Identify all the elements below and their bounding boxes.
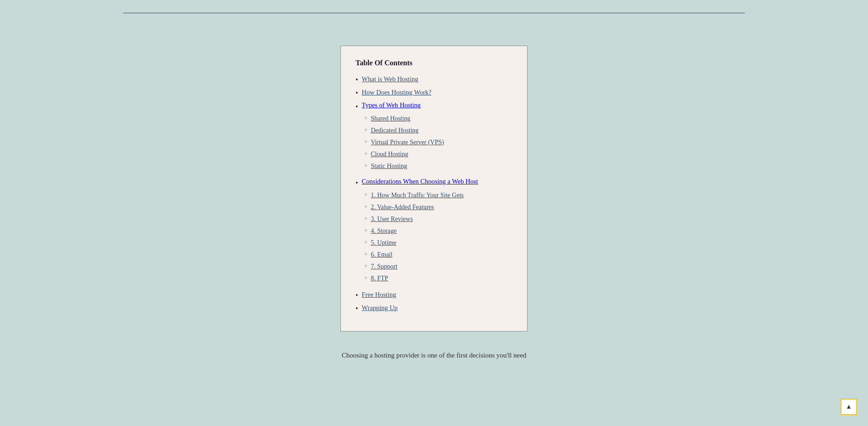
- scroll-to-top-button[interactable]: ▲: [841, 399, 857, 415]
- circle-bullet-icon: ○: [365, 274, 367, 281]
- circle-bullet-icon: ○: [365, 215, 367, 222]
- list-item: ○ 1. How Much Traffic Your Site Gets: [365, 190, 464, 200]
- toc-link-storage[interactable]: 4. Storage: [371, 226, 397, 236]
- list-item: ○ 5. Uptime: [365, 238, 464, 247]
- list-item: ○ Virtual Private Server (VPS): [365, 137, 444, 147]
- top-divider: [123, 13, 745, 13]
- circle-bullet-icon: ○: [365, 150, 367, 157]
- toc-link-uptime[interactable]: 5. Uptime: [371, 238, 396, 247]
- bullet-icon: •: [356, 304, 358, 314]
- toc-link-ftp[interactable]: 8. FTP: [371, 273, 388, 283]
- toc-link-how-hosting-works[interactable]: How Does Hosting Work?: [362, 88, 432, 98]
- circle-bullet-icon: ○: [365, 162, 367, 169]
- table-of-contents-box: Table Of Contents • What is Web Hosting …: [340, 46, 528, 331]
- list-item: • What is Web Hosting: [356, 74, 512, 85]
- bullet-icon: •: [356, 290, 358, 300]
- list-item: ○ Dedicated Hosting: [365, 126, 444, 135]
- list-item: ○ Cloud Hosting: [365, 149, 444, 159]
- circle-bullet-icon: ○: [365, 238, 367, 246]
- list-item: ○ 6. Email: [365, 250, 464, 259]
- toc-link-static-hosting[interactable]: Static Hosting: [371, 161, 407, 171]
- bullet-icon: •: [356, 102, 358, 112]
- list-item: ○ Static Hosting: [365, 161, 444, 171]
- toc-sub-list: ○ 1. How Much Traffic Your Site Gets ○ 2…: [365, 190, 464, 285]
- toc-link-dedicated-hosting[interactable]: Dedicated Hosting: [371, 126, 418, 135]
- circle-bullet-icon: ○: [365, 226, 367, 234]
- circle-bullet-icon: ○: [365, 191, 367, 198]
- toc-link-traffic[interactable]: 1. How Much Traffic Your Site Gets: [371, 190, 464, 200]
- bullet-icon: •: [356, 178, 358, 188]
- list-item: • Considerations When Choosing a Web Hos…: [356, 178, 512, 287]
- circle-bullet-icon: ○: [365, 262, 367, 269]
- toc-link-shared-hosting[interactable]: Shared Hosting: [371, 114, 410, 123]
- main-link-row: • Types of Web Hosting: [356, 101, 421, 112]
- list-item: • Types of Web Hosting ○ Shared Hosting …: [356, 101, 512, 175]
- circle-bullet-icon: ○: [365, 138, 367, 145]
- toc-link-considerations[interactable]: Considerations When Choosing a Web Host: [362, 178, 478, 185]
- list-item: ○ 4. Storage: [365, 226, 464, 236]
- list-item: ○ 2. Value-Added Features: [365, 202, 464, 212]
- toc-link-vps-hosting[interactable]: Virtual Private Server (VPS): [371, 137, 444, 147]
- list-item: ○ Shared Hosting: [365, 114, 444, 123]
- toc-main-list: • What is Web Hosting • How Does Hosting…: [356, 74, 512, 314]
- circle-bullet-icon: ○: [365, 114, 367, 121]
- toc-link-email[interactable]: 6. Email: [371, 250, 392, 259]
- chevron-up-icon: ▲: [846, 403, 852, 410]
- circle-bullet-icon: ○: [365, 126, 367, 133]
- bullet-icon: •: [356, 88, 358, 98]
- bottom-text: Choosing a hosting provider is one of th…: [333, 350, 536, 361]
- list-item: ○ 7. Support: [365, 262, 464, 271]
- list-item: ○ 8. FTP: [365, 273, 464, 283]
- list-item: • Free Hosting: [356, 290, 512, 300]
- circle-bullet-icon: ○: [365, 203, 367, 210]
- page-content: Table Of Contents • What is Web Hosting …: [0, 0, 868, 361]
- toc-link-free-hosting[interactable]: Free Hosting: [362, 290, 396, 300]
- circle-bullet-icon: ○: [365, 250, 367, 258]
- bullet-icon: •: [356, 75, 358, 85]
- main-link-row: • Considerations When Choosing a Web Hos…: [356, 178, 478, 188]
- list-item: ○ 3. User Reviews: [365, 214, 464, 224]
- list-item: • How Does Hosting Work?: [356, 88, 512, 98]
- toc-link-types-of-hosting[interactable]: Types of Web Hosting: [362, 101, 421, 109]
- toc-link-user-reviews[interactable]: 3. User Reviews: [371, 214, 413, 224]
- list-item: • Wrapping Up: [356, 303, 512, 314]
- toc-link-what-is-web-hosting[interactable]: What is Web Hosting: [362, 74, 418, 84]
- toc-link-value-added[interactable]: 2. Value-Added Features: [371, 202, 434, 212]
- toc-link-support[interactable]: 7. Support: [371, 262, 397, 271]
- toc-link-cloud-hosting[interactable]: Cloud Hosting: [371, 149, 408, 159]
- toc-sub-list: ○ Shared Hosting ○ Dedicated Hosting ○ V…: [365, 114, 444, 173]
- toc-title: Table Of Contents: [356, 59, 512, 67]
- toc-link-wrapping-up[interactable]: Wrapping Up: [362, 303, 398, 313]
